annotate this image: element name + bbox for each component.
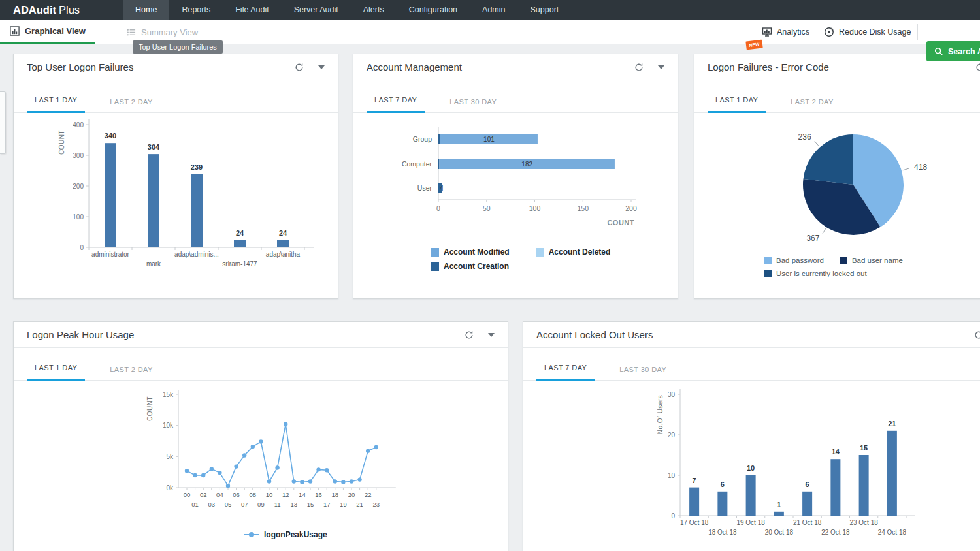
reduce-disk-usage-label: Reduce Disk Usage (839, 27, 911, 37)
tab-last-30-day[interactable]: LAST 30 DAY (442, 98, 504, 113)
nav-item-configuration[interactable]: Configuration (397, 0, 470, 20)
svg-text:50: 50 (483, 204, 491, 212)
nav-item-support[interactable]: Support (517, 0, 571, 20)
nav-item-server-audit[interactable]: Server Audit (282, 0, 351, 20)
account-locked-out-users-chart: 0102030717 Oct 18618 Oct 181019 Oct 1812… (523, 382, 980, 551)
nav-item-file-audit[interactable]: File Audit (223, 0, 281, 20)
svg-text:340: 340 (105, 132, 116, 140)
svg-text:Group: Group (413, 135, 432, 143)
svg-text:No.Of Users: No.Of Users (657, 395, 664, 435)
svg-text:15: 15 (307, 501, 314, 508)
nav-item-admin[interactable]: Admin (470, 0, 517, 20)
svg-text:User: User (417, 184, 433, 192)
legend-swatch (764, 257, 772, 264)
svg-text:30: 30 (668, 391, 676, 398)
svg-text:400: 400 (73, 121, 84, 129)
card-header: Top User Logon Failures (14, 54, 338, 80)
legend-swatch (431, 248, 439, 257)
svg-text:24: 24 (236, 229, 244, 237)
legend-label: Account Creation (444, 262, 509, 271)
sidebar-collapse-handle[interactable] (0, 91, 6, 154)
graphical-view-toggle[interactable]: Graphical View (0, 20, 95, 44)
logon-failures-error-code-chart: 418367236 (694, 114, 980, 257)
tab-last-7-day[interactable]: LAST 7 DAY (536, 364, 595, 381)
card-tabs: LAST 1 DAY LAST 2 DAY (14, 348, 508, 381)
refresh-icon[interactable] (975, 63, 980, 72)
search-icon (934, 47, 943, 56)
chevron-down-icon[interactable] (318, 65, 325, 69)
svg-text:19: 19 (340, 501, 347, 508)
svg-text:20: 20 (348, 491, 355, 498)
svg-text:17 Oct 18: 17 Oct 18 (680, 519, 709, 526)
svg-text:150: 150 (577, 204, 589, 212)
legend-item: Bad password (764, 257, 824, 264)
tab-last-2-day[interactable]: LAST 2 DAY (102, 366, 160, 381)
chevron-down-icon[interactable] (658, 65, 664, 69)
svg-text:12: 12 (282, 491, 289, 498)
bar-chart-icon (10, 26, 20, 36)
legend-item: User is currently locked out (764, 270, 867, 277)
svg-text:02: 02 (200, 491, 207, 498)
svg-text:0: 0 (436, 204, 440, 212)
svg-text:182: 182 (521, 161, 532, 168)
tab-last-1-day[interactable]: LAST 1 DAY (708, 96, 766, 113)
summary-view-label: Summary View (141, 27, 198, 37)
legend-label: Bad password (776, 257, 824, 264)
svg-text:21: 21 (356, 501, 363, 508)
top-user-logon-failures-chart: 0100200300400340administrator304mark239a… (14, 114, 338, 298)
analytics-icon (762, 27, 772, 37)
svg-text:20: 20 (668, 432, 676, 439)
account-management-legend: Account ModifiedAccount Deleted Account … (431, 247, 610, 271)
card-top-user-logon-failures: Top User Logon Failures LAST 1 DAY LAST … (13, 54, 338, 299)
card-tabs: LAST 1 DAY LAST 2 DAY (14, 80, 338, 113)
card-title: Logon Peak Hour Usage (27, 329, 134, 340)
legend-swatch (536, 248, 544, 257)
app-logo[interactable]: ADAuditPlus (0, 0, 93, 20)
tab-last-1-day[interactable]: LAST 1 DAY (27, 364, 85, 381)
refresh-icon[interactable] (634, 63, 644, 72)
disk-icon (824, 27, 834, 37)
search-archive-button[interactable]: Search Arch (926, 41, 980, 61)
svg-text:13: 13 (291, 501, 298, 508)
toolbar-divider (917, 24, 918, 40)
svg-text:adap\anitha: adap\anitha (266, 251, 301, 258)
svg-text:367: 367 (806, 234, 819, 243)
nav-item-home[interactable]: Home (123, 0, 169, 20)
svg-text:COUNT: COUNT (607, 219, 634, 227)
svg-text:0: 0 (671, 512, 675, 520)
refresh-icon[interactable] (295, 63, 304, 72)
tab-last-7-day[interactable]: LAST 7 DAY (367, 96, 425, 113)
card-title: Top User Logon Failures (27, 61, 133, 72)
main-nav: Home Reports File Audit Server Audit Ale… (123, 0, 571, 20)
tab-last-1-day[interactable]: LAST 1 DAY (27, 96, 85, 113)
svg-text:15: 15 (860, 444, 868, 452)
tab-last-30-day[interactable]: LAST 30 DAY (612, 366, 674, 381)
analytics-button[interactable]: Analytics (762, 20, 809, 44)
svg-text:19 Oct 18: 19 Oct 18 (736, 519, 765, 526)
search-archive-label: Search Arch (948, 47, 980, 56)
chevron-down-icon[interactable] (488, 333, 495, 337)
svg-text:4: 4 (440, 185, 444, 192)
svg-text:101: 101 (483, 136, 495, 143)
nav-item-alerts[interactable]: Alerts (351, 0, 397, 20)
svg-text:10: 10 (266, 491, 273, 498)
svg-text:10: 10 (668, 472, 676, 479)
svg-text:18: 18 (332, 491, 339, 498)
refresh-icon[interactable] (974, 330, 980, 339)
svg-text:10k: 10k (163, 422, 174, 429)
svg-text:adap\adminis...: adap\adminis... (174, 251, 219, 258)
svg-text:7: 7 (693, 477, 696, 484)
reduce-disk-usage-button[interactable]: Reduce Disk Usage (824, 20, 911, 44)
nav-item-reports[interactable]: Reports (169, 0, 223, 20)
list-icon (126, 27, 136, 37)
tab-last-2-day[interactable]: LAST 2 DAY (102, 98, 160, 113)
tab-last-2-day[interactable]: LAST 2 DAY (783, 98, 841, 113)
legend-item: Account Creation (431, 262, 509, 271)
legend-label: Account Deleted (549, 247, 611, 257)
legend-item: Bad user name (840, 257, 903, 264)
legend-item: Account Deleted (536, 247, 611, 257)
logon-peak-hour-usage-chart: 0k5k10k15k000102030405060708091011121314… (14, 387, 508, 550)
card-logon-peak-hour-usage: Logon Peak Hour Usage LAST 1 DAY LAST 2 … (13, 321, 508, 551)
svg-text:22 Oct 18: 22 Oct 18 (821, 529, 850, 536)
refresh-icon[interactable] (465, 330, 474, 339)
